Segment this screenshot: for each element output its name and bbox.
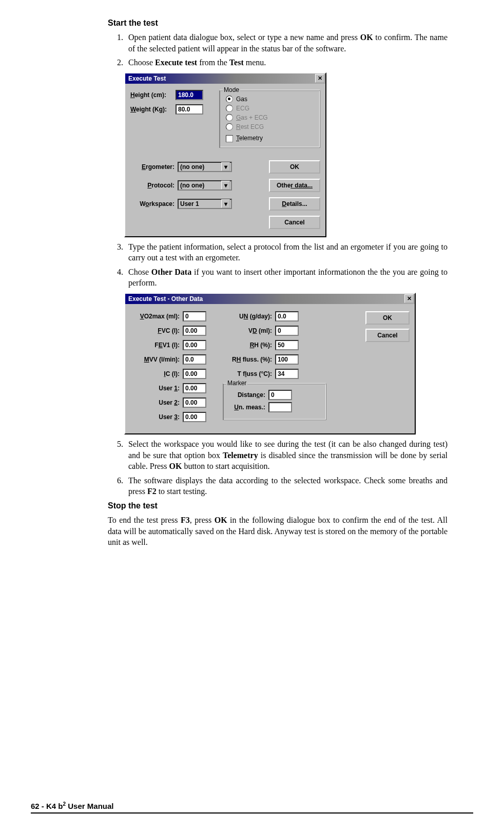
fvc-input[interactable]	[183, 326, 206, 336]
workspace-select[interactable]: User 1▾	[178, 199, 232, 209]
text: Test	[229, 58, 244, 67]
step-4: Chose Other Data if you want to insert o…	[125, 267, 448, 289]
label-fvc: FVC (l):	[130, 327, 180, 334]
ok-button[interactable]: OK	[365, 311, 410, 325]
label-user2: User 2:	[130, 399, 180, 406]
label-user1: User 1:	[130, 385, 180, 392]
fev1-input[interactable]	[183, 340, 206, 350]
details-button[interactable]: Details...	[269, 197, 320, 211]
other-data-button[interactable]: Other data...	[269, 179, 320, 192]
ic-input[interactable]	[183, 369, 206, 379]
unmeas-input[interactable]	[268, 402, 292, 412]
text: Other Data	[151, 268, 191, 276]
distance-input[interactable]	[268, 390, 292, 400]
label-workspace: Workspace:	[130, 200, 175, 207]
label-tfluss: T fluss (°C):	[223, 370, 272, 377]
ok-button[interactable]: OK	[269, 160, 320, 174]
label-fev1: FEV1 (l):	[130, 342, 180, 349]
text: OK	[215, 516, 227, 524]
label-height: Height (cm):	[130, 91, 172, 99]
text: K4 b	[46, 802, 63, 810]
page-footer: 62 - K4 b2 User Manual	[31, 801, 473, 813]
dialog-execute-test: Execute Test ✕ Height (cm): Weight (Kg):	[124, 72, 326, 237]
text: Open patient data dialogue box, select o…	[128, 33, 360, 42]
text: To end the test press	[108, 516, 181, 524]
step-2: Choose Execute test from the Test menu.	[125, 57, 448, 68]
legend-marker: Marker	[226, 380, 247, 387]
step-6: The software displays the data according…	[125, 475, 448, 497]
text: Choose	[128, 58, 155, 67]
text: OK	[169, 462, 182, 470]
rhfluss-input[interactable]	[275, 354, 299, 365]
text: to start testing.	[157, 487, 207, 496]
cancel-button[interactable]: Cancel	[269, 216, 320, 229]
label-rhfluss: RH fluss. (%):	[223, 356, 272, 363]
label-un: UN (g/day):	[223, 313, 272, 320]
text: , press	[190, 516, 215, 524]
mvv-input[interactable]	[183, 354, 206, 365]
titlebar: Execute Test - Other Data ✕	[125, 294, 415, 304]
user2-input[interactable]	[183, 397, 206, 408]
label-ic: IC (l):	[130, 370, 180, 377]
text: Chose	[128, 268, 151, 276]
chevron-down-icon: ▾	[221, 162, 230, 171]
label-distance: Distance:	[228, 391, 265, 399]
rh-input[interactable]	[275, 340, 299, 350]
tfluss-input[interactable]	[275, 369, 299, 379]
stop-paragraph: To end the test press F3, press OK in th…	[108, 515, 448, 548]
chevron-down-icon: ▾	[221, 181, 230, 190]
text: -	[40, 802, 46, 810]
text: button to start acquisition.	[182, 462, 269, 470]
close-icon[interactable]: ✕	[315, 74, 324, 83]
user1-input[interactable]	[183, 383, 206, 393]
heading-stop: Stop the test	[108, 501, 448, 510]
step-5: Select the workspace you would like to s…	[125, 439, 448, 472]
legend-mode: Mode	[223, 86, 240, 93]
vo2max-input[interactable]	[183, 311, 206, 321]
label-unmeas: Un. meas.:	[228, 404, 265, 411]
radio-ecg: ECG	[226, 105, 314, 112]
text: from the	[197, 58, 229, 67]
radio-rest-ecg: Rest ECG	[226, 123, 314, 130]
title: Execute Test	[128, 75, 166, 82]
text: menu.	[244, 58, 266, 67]
protocol-select[interactable]: (no one)▾	[178, 180, 232, 191]
step-3: Type the patient information, select a p…	[125, 241, 448, 263]
label-mvv: MVV (l/min):	[130, 356, 180, 363]
heading-start: Start the test	[108, 18, 448, 28]
vd-input[interactable]	[275, 326, 299, 336]
close-icon[interactable]: ✕	[404, 294, 414, 303]
titlebar: Execute Test ✕	[125, 73, 325, 84]
un-input[interactable]	[275, 311, 299, 321]
label-vd: VD (ml):	[223, 327, 272, 334]
label-weight: Weight (Kg):	[130, 106, 172, 113]
radio-gas[interactable]: Gas	[226, 96, 314, 103]
label-user3: User 3:	[130, 413, 180, 421]
text: User Manual	[66, 802, 113, 810]
step-1: Open patient data dialogue box, select o…	[125, 32, 448, 54]
label-vo2max: VO2max (ml):	[130, 313, 180, 320]
checkbox-telemetry[interactable]: Telemetry	[226, 135, 314, 142]
user3-input[interactable]	[183, 412, 206, 422]
text: Execute test	[155, 58, 197, 67]
label-ergometer: Ergometer:	[130, 163, 175, 171]
dialog-other-data: Execute Test - Other Data ✕ VO2max (ml):…	[124, 293, 416, 434]
ergometer-select[interactable]: (no one)▾	[178, 162, 232, 172]
page-number: 62	[31, 802, 40, 810]
cancel-button[interactable]: Cancel	[365, 329, 410, 342]
title: Execute Test - Other Data	[128, 295, 203, 302]
text: Telemetry	[223, 451, 258, 460]
radio-gas-ecg: Gas + ECG	[226, 114, 314, 121]
text: F3	[181, 516, 190, 524]
chevron-down-icon: ▾	[221, 199, 230, 208]
text-ok: OK	[360, 33, 373, 42]
label-protocol: Protocol:	[130, 182, 175, 189]
label-rh: RH (%):	[223, 342, 272, 349]
text: F2	[147, 487, 157, 496]
weight-input[interactable]	[176, 104, 203, 115]
height-input[interactable]	[176, 90, 203, 100]
